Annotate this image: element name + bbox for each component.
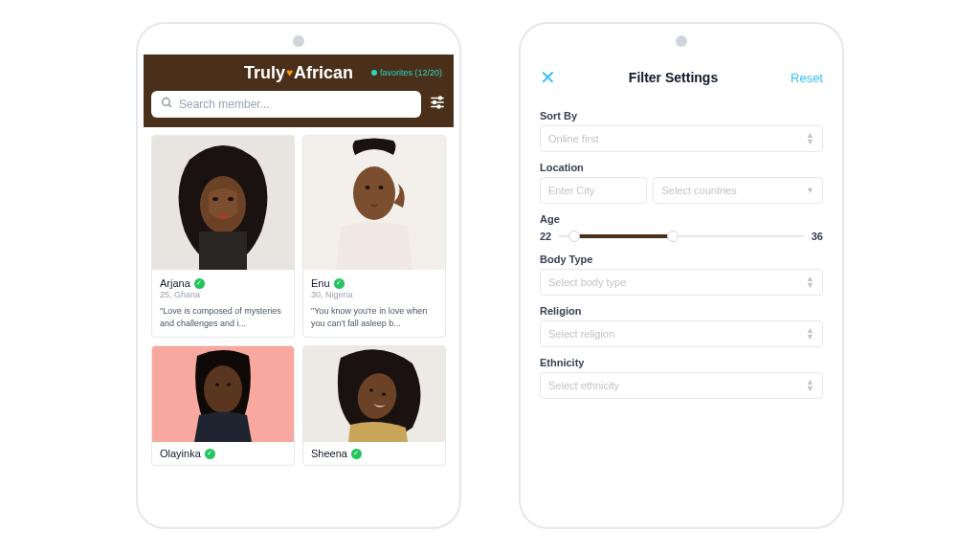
phone-speaker (293, 35, 304, 47)
member-grid: Arjana ✓ 25, Ghana "Love is composed of … (144, 127, 454, 474)
svg-point-11 (228, 197, 234, 201)
svg-point-3 (439, 97, 442, 99)
svg-point-18 (204, 365, 242, 413)
search-icon (161, 97, 173, 112)
slider-handle-min[interactable] (568, 231, 580, 242)
verified-icon: ✓ (205, 449, 215, 459)
svg-rect-12 (199, 231, 247, 270)
religion-select[interactable]: Select religion ▲▼ (540, 320, 823, 347)
age-min: 22 (540, 231, 551, 242)
svg-point-20 (227, 384, 231, 386)
sort-select[interactable]: Online first ▲▼ (540, 125, 823, 152)
countries-select[interactable]: Select countries ▼ (653, 177, 823, 204)
svg-point-15 (366, 186, 370, 189)
close-icon[interactable]: ✕ (540, 66, 556, 89)
svg-point-24 (382, 393, 386, 396)
sort-arrows-icon: ▲▼ (806, 276, 814, 289)
svg-point-5 (434, 101, 436, 104)
reset-button[interactable]: Reset (791, 71, 823, 85)
svg-point-23 (369, 389, 373, 392)
heart-icon: ♥ (286, 66, 293, 79)
phone-browse: Truly♥African favorites (12/20) Search m… (136, 22, 461, 529)
member-photo (303, 136, 445, 270)
ethnicity-label: Ethnicity (540, 357, 823, 368)
filter-body: Sort By Online first ▲▼ Location Enter C… (526, 110, 836, 399)
age-label: Age (540, 213, 823, 225)
sort-arrows-icon: ▲▼ (806, 379, 814, 392)
filter-header: ✕ Filter Settings Reset (526, 55, 836, 100)
sort-label: Sort By (540, 110, 823, 121)
city-input[interactable]: Enter City (540, 177, 647, 204)
ethnicity-select[interactable]: Select ethnicity ▲▼ (540, 372, 823, 399)
member-card[interactable]: Arjana ✓ 25, Ghana "Love is composed of … (151, 135, 295, 338)
svg-point-10 (212, 197, 218, 201)
bodytype-label: Body Type (540, 253, 823, 265)
search-input[interactable]: Search member... (151, 91, 421, 118)
online-dot-icon (371, 70, 377, 76)
member-name: Sheena ✓ (311, 448, 437, 459)
member-card[interactable]: Enu ✓ 30, Nigeria "You know you're in lo… (302, 135, 446, 338)
screen-filter: ✕ Filter Settings Reset Sort By Online f… (526, 55, 836, 521)
brand-logo: Truly♥African (244, 63, 353, 83)
religion-label: Religion (540, 305, 823, 317)
member-photo (152, 346, 294, 442)
svg-point-7 (437, 105, 440, 108)
member-name: Arjana ✓ (160, 277, 286, 289)
app-header: Truly♥African favorites (12/20) Search m… (144, 55, 454, 127)
filter-title: Filter Settings (629, 70, 718, 85)
svg-point-0 (163, 99, 170, 106)
svg-line-1 (168, 104, 171, 107)
svg-point-14 (353, 166, 395, 220)
sort-arrows-icon: ▲▼ (806, 327, 814, 341)
phone-speaker (676, 35, 687, 47)
chevron-down-icon: ▼ (806, 186, 814, 195)
member-photo (303, 346, 445, 442)
member-photo (152, 136, 294, 270)
verified-icon: ✓ (351, 449, 362, 459)
member-quote: "You know you're in love when you can't … (311, 305, 437, 329)
phone-filter: ✕ Filter Settings Reset Sort By Online f… (519, 22, 844, 529)
sort-arrows-icon: ▲▼ (806, 132, 814, 145)
verified-icon: ✓ (334, 278, 345, 289)
age-slider[interactable] (559, 229, 804, 244)
member-meta: 25, Ghana (160, 290, 286, 299)
bodytype-select[interactable]: Select body type ▲▼ (540, 269, 823, 296)
verified-icon: ✓ (194, 278, 205, 289)
member-name: Olayinka ✓ (160, 448, 286, 459)
filter-icon[interactable] (429, 94, 446, 115)
member-card[interactable]: Sheena ✓ (302, 345, 446, 466)
member-quote: "Love is composed of mysteries and chall… (160, 305, 286, 329)
screen-browse: Truly♥African favorites (12/20) Search m… (144, 55, 454, 521)
member-name: Enu ✓ (311, 277, 437, 289)
svg-point-16 (379, 186, 384, 189)
age-max: 36 (812, 231, 823, 242)
slider-handle-max[interactable] (667, 231, 679, 242)
member-meta: 30, Nigeria (311, 290, 437, 299)
location-label: Location (540, 162, 823, 173)
member-card[interactable]: Olayinka ✓ (151, 345, 295, 466)
favorites-indicator[interactable]: favorites (12/20) (371, 68, 442, 77)
svg-point-19 (215, 384, 219, 386)
